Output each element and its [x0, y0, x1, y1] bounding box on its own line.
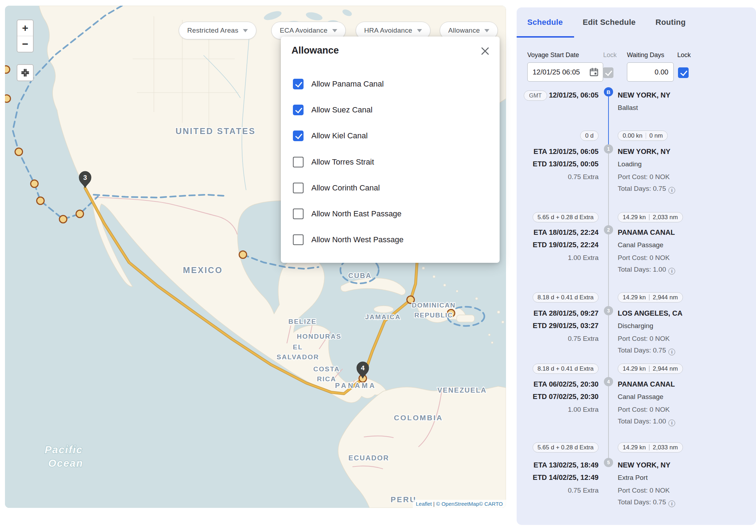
- info-icon[interactable]: [668, 268, 675, 275]
- stop-extra: 1.00 Extra: [568, 253, 599, 262]
- carto-link[interactable]: © CARTO: [479, 501, 503, 507]
- osm-link[interactable]: © OpenStreetMap: [436, 501, 479, 507]
- info-icon[interactable]: [668, 187, 675, 194]
- leg-speed: 14.29 kn: [623, 444, 646, 451]
- leg-distance: 2,944 nm: [653, 365, 678, 372]
- map-label: UNITED STATES: [176, 126, 256, 136]
- stop-marker[interactable]: 3: [604, 306, 613, 315]
- leg-row: 14.29 kn2,033 nm: [618, 442, 683, 453]
- map-label: DOMINICAN: [412, 301, 455, 309]
- allowance-option-torres[interactable]: Allow Torres Strait: [293, 157, 374, 167]
- map-label: CUBA: [348, 272, 372, 279]
- tab-edit-schedule[interactable]: Edit Schedule: [583, 18, 635, 27]
- map-label: HONDURAS: [297, 333, 341, 340]
- checkbox[interactable]: [293, 209, 304, 219]
- stop-port-cost: Port Cost: 0 NOK: [618, 405, 670, 414]
- checkbox[interactable]: [293, 105, 304, 115]
- stop-extra: 1.00 Extra: [568, 405, 599, 414]
- tab-routing[interactable]: Routing: [656, 18, 686, 27]
- allowance-option-ne-passage[interactable]: Allow North East Passage: [293, 209, 401, 219]
- waiting-days-input[interactable]: [627, 62, 674, 82]
- leg-speed: 14.29 kn: [623, 214, 646, 221]
- stop-title: PANAMA CANAL: [618, 228, 675, 237]
- timezone-badge[interactable]: GMT: [524, 90, 547, 101]
- map-label: RICA: [317, 375, 336, 383]
- stop-eta: ETA 18/01/25, 22:24: [534, 228, 599, 237]
- allowance-option-nw-passage[interactable]: Allow North West Passage: [293, 234, 404, 245]
- start-activity: Ballast: [618, 103, 638, 112]
- leg-row: 8.18 d + 0.41 d Extra: [533, 292, 599, 303]
- waiting-days-label: Waiting Days: [627, 51, 664, 59]
- ocean-label: Pacific: [45, 444, 83, 455]
- leg-duration-badge: 0 d: [580, 131, 599, 141]
- lock-waiting-checkbox[interactable]: [678, 67, 689, 78]
- divider: [646, 133, 646, 139]
- stop-marker[interactable]: 2: [604, 225, 613, 234]
- divider: [649, 444, 650, 450]
- ocean-label: Ocean: [48, 458, 83, 469]
- leg-duration-badge: 5.65 d + 0.28 d Extra: [533, 442, 599, 453]
- leg-duration-badge: 5.65 d + 0.28 d Extra: [533, 212, 599, 222]
- stop-eta: ETA 12/01/25, 06:05: [534, 147, 599, 156]
- stop-marker[interactable]: 4: [604, 377, 613, 386]
- leaflet-link[interactable]: Leaflet: [416, 501, 432, 507]
- leg-distance: 2,944 nm: [653, 294, 678, 301]
- zoom-out-button[interactable]: −: [17, 36, 33, 52]
- leg-speed-distance-badge: 0.00 kn0 nm: [618, 131, 668, 141]
- tab-schedule[interactable]: Schedule: [527, 18, 563, 27]
- allowance-option-suez[interactable]: Allow Suez Canal: [293, 105, 372, 115]
- stop-extra: 0.75 Extra: [568, 172, 599, 182]
- panel-tabs: Schedule Edit Schedule Routing: [517, 7, 756, 37]
- stop-port-cost: Port Cost: 0 NOK: [618, 334, 670, 343]
- voyage-start-date-label: Voyage Start Date: [527, 51, 579, 59]
- option-label: Allow Suez Canal: [311, 105, 372, 115]
- zoom-in-button[interactable]: +: [17, 20, 33, 36]
- stop-marker[interactable]: 5: [604, 458, 613, 467]
- stop-marker[interactable]: 1: [604, 144, 613, 154]
- stop-extra: 0.75 Extra: [568, 486, 599, 495]
- timeline-axis-segment: [608, 92, 609, 149]
- stop-activity: Discharging: [618, 321, 653, 331]
- map-label: COSTA: [313, 365, 340, 373]
- option-label: Allow North West Passage: [311, 235, 404, 244]
- close-button[interactable]: [480, 46, 490, 56]
- stop-eta: ETA 13/02/25, 18:49: [534, 460, 599, 470]
- checkbox[interactable]: [293, 183, 304, 193]
- checkbox[interactable]: [293, 157, 304, 167]
- allowance-option-kiel[interactable]: Allow Kiel Canal: [293, 131, 368, 141]
- checkbox[interactable]: [293, 131, 304, 141]
- calendar-icon[interactable]: [589, 67, 599, 77]
- stop-total-days: Total Days: 0.75: [618, 346, 675, 355]
- chevron-down-icon: [417, 29, 422, 32]
- leg-row: 5.65 d + 0.28 d Extra: [533, 212, 599, 222]
- stop-etd: ETD 19/01/25, 22:24: [533, 240, 599, 249]
- start-title: NEW YORK, NY: [618, 90, 671, 100]
- leg-speed: 14.29 kn: [623, 294, 646, 301]
- chevron-down-icon: [243, 29, 248, 32]
- stop-eta: ETA 28/01/25, 09:27: [534, 309, 599, 318]
- fit-bounds-button[interactable]: [17, 64, 34, 81]
- info-icon[interactable]: [668, 349, 675, 355]
- schedule-panel: Schedule Edit Schedule Routing Voyage St…: [517, 7, 756, 525]
- stop-port-cost: Port Cost: 0 NOK: [618, 253, 670, 262]
- attribution-separator: |: [433, 501, 435, 507]
- checkbox[interactable]: [293, 79, 304, 89]
- start-marker[interactable]: B: [604, 87, 613, 96]
- leg-distance: 0 nm: [649, 132, 663, 139]
- checkbox[interactable]: [293, 234, 304, 245]
- lock-date-label: Lock: [603, 51, 617, 59]
- allowance-option-corinth[interactable]: Allow Corinth Canal: [293, 183, 380, 193]
- restricted-areas-button[interactable]: Restricted Areas: [179, 22, 256, 39]
- allowance-option-panama[interactable]: Allow Panama Canal: [293, 79, 384, 89]
- leg-row: 14.29 kn2,944 nm: [618, 292, 683, 303]
- stop-etd: ETD 29/01/25, 03:27: [533, 321, 599, 330]
- divider: [649, 294, 650, 300]
- lock-date-checkbox[interactable]: [603, 67, 613, 78]
- active-tab-indicator: [517, 36, 574, 38]
- info-icon[interactable]: [668, 420, 675, 426]
- info-icon[interactable]: [668, 500, 675, 507]
- stop-title: LOS ANGELES, CA: [618, 309, 683, 318]
- timeline-axis: [608, 149, 609, 462]
- lock-waiting-label: Lock: [677, 51, 691, 59]
- stop-activity: Loading: [618, 160, 642, 169]
